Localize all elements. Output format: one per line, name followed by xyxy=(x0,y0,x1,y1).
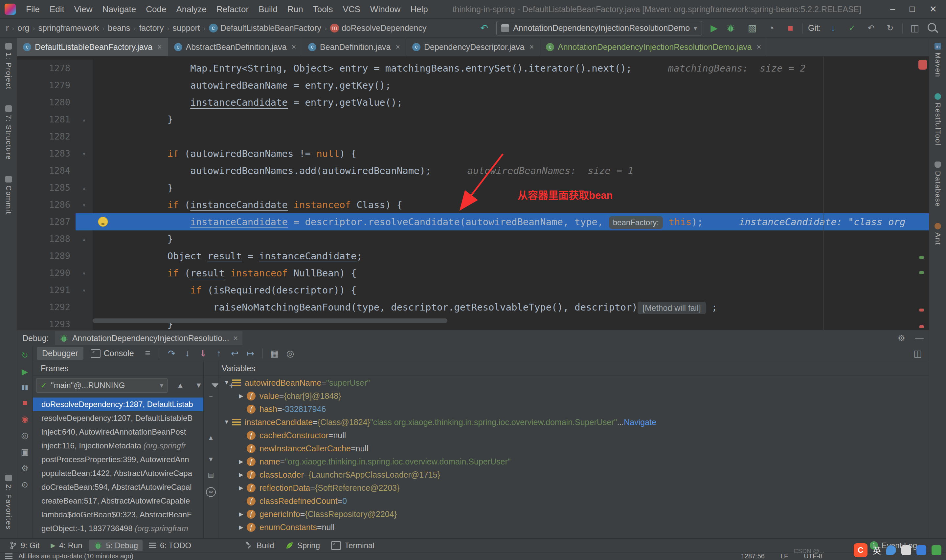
stripe-button-4-run[interactable]: ▶4: Run xyxy=(46,540,87,551)
tree-toggle-icon[interactable]: ▶ xyxy=(236,458,247,465)
sidebar-item-database[interactable]: Database xyxy=(934,162,942,207)
variable-row-enumConstants[interactable]: ▶fenumConstants = null xyxy=(218,521,929,534)
pin-icon[interactable]: ⊙ xyxy=(22,480,28,489)
restore-layout-icon[interactable]: ◫ xyxy=(911,348,925,359)
variable-row-classRedefinedCount[interactable]: fclassRedefinedCount = 0 xyxy=(218,494,929,508)
prev-frame-icon[interactable]: ▲ xyxy=(175,381,186,390)
git-history-icon[interactable]: ↻ xyxy=(883,23,897,33)
variable-row-cachedConstructor[interactable]: fcachedConstructor = null xyxy=(218,429,929,442)
breadcrumb-item-springframework[interactable]: springframework xyxy=(37,23,100,33)
breadcrumb-item-doResolveDependency[interactable]: mdoResolveDependency xyxy=(330,23,427,33)
variable-row-autowiredBeanName[interactable]: ▼autowiredBeanName = "superUser" xyxy=(218,376,929,389)
close-icon[interactable]: × xyxy=(757,43,761,52)
run-config-select[interactable]: AnnotationDependencyInjectionResolutionD… xyxy=(496,21,702,35)
variable-row-hash[interactable]: fhash = -332817946 xyxy=(218,402,929,415)
editor-tab[interactable]: cAbstractBeanDefinition.java× xyxy=(168,38,302,56)
variable-row-name[interactable]: ▶fname = "org.xiaoge.thinking.in.spring.… xyxy=(218,455,929,468)
menu-item-navigate[interactable]: Navigate xyxy=(97,4,141,14)
drop-frame-icon[interactable]: ↩ xyxy=(228,348,242,359)
sidebar-item-restfultool[interactable]: RestfulTool xyxy=(934,93,942,146)
stack-frame-row[interactable]: doCreateBean:594, AbstractAutowireCapal xyxy=(33,480,203,494)
soft-wrap-icon[interactable]: ≡ xyxy=(140,348,155,358)
stripe-mark[interactable] xyxy=(920,271,924,274)
close-icon[interactable]: × xyxy=(530,43,534,52)
menu-item-tools[interactable]: Tools xyxy=(308,4,338,14)
layout-icon[interactable]: ◫ xyxy=(908,23,922,34)
stripe-mark[interactable] xyxy=(920,325,924,328)
variable-row-classLoader[interactable]: ▶fclassLoader = {Launcher$AppClassLoader… xyxy=(218,468,929,481)
menu-item-help[interactable]: Help xyxy=(405,4,433,14)
minimize-button[interactable]: – xyxy=(890,4,895,14)
close-icon[interactable]: × xyxy=(396,43,400,52)
breadcrumb-item-org[interactable]: org xyxy=(17,23,30,33)
rerun-icon[interactable]: ↻ xyxy=(22,351,28,360)
view-breakpoints-icon[interactable]: ▦ xyxy=(267,348,282,359)
settings-gear-icon[interactable]: ⚙ xyxy=(21,463,28,473)
line-ending[interactable]: LF xyxy=(780,552,788,560)
sidebar-item-maven[interactable]: mMaven xyxy=(934,43,942,77)
tab-debugger[interactable]: Debugger xyxy=(37,347,83,360)
tree-toggle-icon[interactable]: ▼ xyxy=(221,380,232,386)
stack-frame-row[interactable]: resolveDependency:1207, DefaultListableB xyxy=(33,411,203,425)
stripe-mark[interactable] xyxy=(920,256,924,259)
editor-tab[interactable]: cDependencyDescriptor.java× xyxy=(406,38,540,56)
step-out-icon[interactable]: ↑ xyxy=(212,348,226,358)
menu-item-code[interactable]: Code xyxy=(141,4,171,14)
scroll-up-icon[interactable]: ▲ xyxy=(203,434,218,442)
breadcrumb-item-factory[interactable]: factory xyxy=(138,23,164,33)
variable-row-newInstanceCallerCache[interactable]: fnewInstanceCallerCache = null xyxy=(218,442,929,455)
sidebar-item-ant[interactable]: Ant xyxy=(934,223,942,245)
close-button[interactable]: ✕ xyxy=(929,4,937,14)
run-to-cursor-icon[interactable]: ↦ xyxy=(243,348,258,359)
menu-item-vcs[interactable]: VCS xyxy=(338,4,365,14)
stack-frame-row[interactable]: lambda$doGetBean$0:323, AbstractBeanF xyxy=(33,508,203,522)
breadcrumb-item-DefaultListableBeanFactory[interactable]: cDefaultListableBeanFactory xyxy=(208,23,322,33)
sidebar-item-2-favorites[interactable]: 2: Favorites xyxy=(4,475,13,530)
close-icon[interactable]: × xyxy=(233,334,238,343)
editor-tab[interactable]: cAnnotationDependencyInjectionResolution… xyxy=(540,38,767,56)
caret-position[interactable]: 1287:56 xyxy=(741,552,765,560)
git-update-icon[interactable]: ↓ xyxy=(826,23,840,33)
pause-icon[interactable]: ▮▮ xyxy=(22,383,28,391)
navigate-link[interactable]: Navigate xyxy=(624,417,656,427)
stack-frame-row[interactable]: createBean:517, AbstractAutowireCapable xyxy=(33,494,203,508)
debug-session-tab[interactable]: AnnotationDependencyInjectionResolutio..… xyxy=(55,331,243,345)
stack-frame-row[interactable]: inject:640, AutowiredAnnotationBeanPost xyxy=(33,425,203,439)
menu-item-window[interactable]: Window xyxy=(365,4,405,14)
git-commit-icon[interactable]: ✓ xyxy=(845,23,859,33)
toolwindow-toggle-icon[interactable] xyxy=(5,554,12,559)
stop-icon[interactable]: ■ xyxy=(22,398,27,408)
fold-marker-icon[interactable]: ▾ xyxy=(75,265,92,282)
mute-breakpoints-icon[interactable]: ◎ xyxy=(283,348,297,359)
search-icon[interactable] xyxy=(928,23,936,32)
editor-tab[interactable]: cDefaultListableBeanFactory.java× xyxy=(17,38,168,56)
navigate-back-icon[interactable]: ↶ xyxy=(477,23,491,34)
fold-marker-icon[interactable]: ▴ xyxy=(75,179,92,196)
stripe-button-build[interactable]: Build xyxy=(240,540,279,551)
step-over-icon[interactable]: ↷ xyxy=(165,348,179,359)
sidebar-item-7-structure[interactable]: 7: Structure xyxy=(4,105,13,160)
inspection-error-badge[interactable] xyxy=(918,60,927,69)
copy-stack-icon[interactable]: ▤ xyxy=(203,471,218,478)
menu-item-file[interactable]: File xyxy=(21,4,45,14)
fold-marker-icon[interactable]: ▾ xyxy=(75,282,92,299)
sidebar-item-1-project[interactable]: 1: Project xyxy=(4,43,13,89)
code-editor[interactable]: 1278Map.Entry<String, Object> entry = ma… xyxy=(17,57,929,330)
step-into-icon[interactable]: ↓ xyxy=(180,348,195,358)
breadcrumb-item-r[interactable]: r xyxy=(5,23,9,33)
close-icon[interactable]: × xyxy=(292,43,296,52)
thread-selector[interactable]: ✓ "main"@...RUNNING ▾ xyxy=(36,378,168,392)
fold-marker-icon[interactable]: ▾ xyxy=(75,196,92,213)
tree-toggle-icon[interactable]: ▶ xyxy=(236,392,247,400)
collapse-icon[interactable]: − xyxy=(203,392,218,400)
stripe-button-spring[interactable]: Spring xyxy=(281,540,325,551)
stripe-button-6-todo[interactable]: 6: TODO xyxy=(145,540,196,551)
stripe-button-5-debug[interactable]: 5: Debug xyxy=(89,540,143,551)
show-all-frames-icon[interactable]: ∞ xyxy=(206,487,216,497)
tree-toggle-icon[interactable]: ▼ xyxy=(221,419,232,425)
breadcrumb-item-support[interactable]: support xyxy=(172,23,200,33)
editor-tab[interactable]: cBeanDefinition.java× xyxy=(302,38,406,56)
tree-toggle-icon[interactable]: ▶ xyxy=(236,524,247,531)
coverage-button[interactable]: ▧ xyxy=(745,23,759,34)
force-step-into-icon[interactable]: ⇓ xyxy=(196,348,211,359)
